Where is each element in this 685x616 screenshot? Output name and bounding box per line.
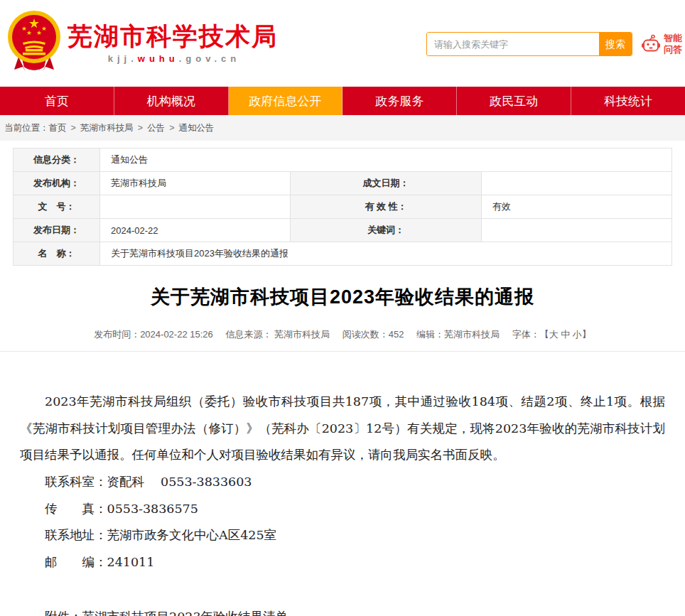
search-button[interactable]: 搜索 bbox=[599, 33, 632, 56]
ai-assistant-button[interactable]: 智能 问答 bbox=[641, 33, 682, 56]
info-value-written-date bbox=[481, 172, 671, 195]
contact-office: 联系科室：资配科 0553-3833603 bbox=[20, 469, 665, 496]
meta-publish-time: 发布时间：2024-02-22 15:26 bbox=[94, 329, 213, 340]
article-meta: 发布时间：2024-02-22 15:26 信息来源： 芜湖市科技局 阅读次数：… bbox=[0, 328, 685, 352]
site-header: 芜湖市科学技术局 kjj.wuhu.gov.cn 搜索 智能 问答 bbox=[0, 0, 685, 87]
breadcrumb-separator: > bbox=[71, 123, 76, 133]
meta-source: 信息来源： 芜湖市科技局 bbox=[225, 329, 330, 340]
nav-item-overview[interactable]: 机构概况 bbox=[114, 87, 229, 115]
breadcrumb-separator: > bbox=[169, 123, 174, 133]
info-value-doc-number bbox=[100, 195, 291, 219]
nav-item-interaction[interactable]: 政民互动 bbox=[457, 87, 571, 115]
info-label-doc-number: 文 号： bbox=[14, 195, 100, 219]
info-value-publisher: 芜湖市科技局 bbox=[100, 172, 291, 195]
nav-item-statistics[interactable]: 科技统计 bbox=[571, 87, 685, 115]
attachment-link[interactable]: 芜湖市科技项目2023年验收结果清单 bbox=[82, 610, 288, 616]
site-url: kjj.wuhu.gov.cn bbox=[68, 53, 281, 64]
breadcrumb: 当前位置： 首页 > 芜湖市科技局 > 公告 > 通知公告 bbox=[0, 115, 685, 141]
site-url-part: wuhu bbox=[138, 53, 179, 64]
meta-views: 阅读次数：452 bbox=[342, 329, 404, 340]
breadcrumb-link-home[interactable]: 首页 bbox=[49, 122, 67, 134]
info-label-category: 信息分类： bbox=[14, 148, 100, 172]
info-value-keywords bbox=[481, 219, 671, 242]
contact-zipcode: 邮 编：241011 bbox=[20, 549, 665, 576]
info-label-name: 名 称： bbox=[14, 242, 100, 266]
table-row: 文 号： 有 效 性： 有效 bbox=[14, 195, 672, 219]
robot-icon bbox=[641, 34, 661, 54]
attachment-label: 附件： bbox=[45, 610, 82, 616]
info-value-category: 通知公告 bbox=[100, 148, 672, 172]
national-emblem-logo bbox=[4, 7, 64, 75]
table-row: 发布日期： 2024-02-22 关键词： bbox=[14, 219, 672, 242]
article-paragraph: 2023年芜湖市科技局组织（委托）验收市科技项目共187项，其中通过验收184项… bbox=[20, 389, 665, 469]
info-label-publish-date: 发布日期： bbox=[14, 219, 100, 242]
font-size-controls[interactable]: 字体：【大 中 小】 bbox=[512, 329, 591, 340]
site-url-part: kjj. bbox=[108, 53, 138, 64]
contact-fax: 传 真：0553-3836575 bbox=[20, 496, 665, 523]
info-label-written-date: 成文日期： bbox=[291, 172, 481, 195]
document-info-table: 信息分类： 通知公告 发布机构： 芜湖市科技局 成文日期： 文 号： 有 效 性… bbox=[13, 148, 672, 266]
table-row: 名 称： 关于芜湖市科技项目2023年验收结果的通报 bbox=[14, 242, 672, 266]
table-row: 发布机构： 芜湖市科技局 成文日期： bbox=[14, 172, 672, 195]
search-box: 搜索 bbox=[426, 32, 632, 56]
info-value-name: 关于芜湖市科技项目2023年验收结果的通报 bbox=[100, 242, 672, 266]
nav-item-gov-info[interactable]: 政府信息公开 bbox=[229, 87, 343, 115]
breadcrumb-prefix: 当前位置： bbox=[4, 122, 49, 134]
article-body: 2023年芜湖市科技局组织（委托）验收市科技项目共187项，其中通过验收184项… bbox=[0, 352, 685, 616]
attachment-line: 附件：芜湖市科技项目2023年验收结果清单 bbox=[20, 604, 665, 616]
site-title: 芜湖市科学技术局 bbox=[68, 21, 281, 51]
breadcrumb-separator: > bbox=[138, 123, 143, 133]
info-label-validity: 有 效 性： bbox=[291, 195, 481, 219]
article-title: 关于芜湖市科技项目2023年验收结果的通报 bbox=[13, 284, 672, 310]
search-input[interactable] bbox=[427, 33, 599, 55]
main-nav: 首页 机构概况 政府信息公开 政务服务 政民互动 科技统计 bbox=[0, 87, 685, 115]
breadcrumb-link-bureau[interactable]: 芜湖市科技局 bbox=[80, 122, 134, 134]
info-label-publisher: 发布机构： bbox=[14, 172, 100, 195]
info-value-publish-date: 2024-02-22 bbox=[100, 219, 291, 242]
nav-item-services[interactable]: 政务服务 bbox=[342, 87, 457, 115]
meta-editor: 编辑：芜湖市科技局 bbox=[416, 329, 500, 340]
table-row: 信息分类： 通知公告 bbox=[14, 148, 672, 172]
breadcrumb-link-announcements[interactable]: 公告 bbox=[147, 122, 165, 134]
contact-address: 联系地址：芜湖市政务文化中心A区425室 bbox=[20, 522, 665, 549]
nav-item-home[interactable]: 首页 bbox=[0, 87, 114, 115]
info-value-validity: 有效 bbox=[481, 195, 671, 219]
ai-assistant-label: 智能 问答 bbox=[664, 33, 682, 56]
info-label-keywords: 关键词： bbox=[291, 219, 481, 242]
site-url-part: .gov.cn bbox=[179, 53, 241, 64]
breadcrumb-link-notices[interactable]: 通知公告 bbox=[178, 122, 214, 134]
